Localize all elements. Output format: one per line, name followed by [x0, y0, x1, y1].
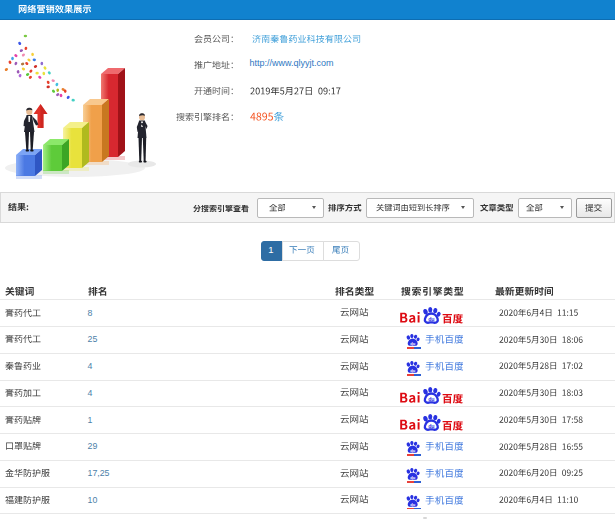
svg-text:du: du [411, 341, 416, 346]
svg-text:du: du [411, 448, 416, 453]
svg-text:du: du [428, 423, 434, 429]
svg-text:du: du [411, 501, 416, 506]
svg-text:du: du [428, 316, 434, 322]
svg-text:du: du [411, 368, 416, 373]
svg-text:du: du [411, 475, 416, 480]
svg-text:du: du [428, 396, 434, 402]
